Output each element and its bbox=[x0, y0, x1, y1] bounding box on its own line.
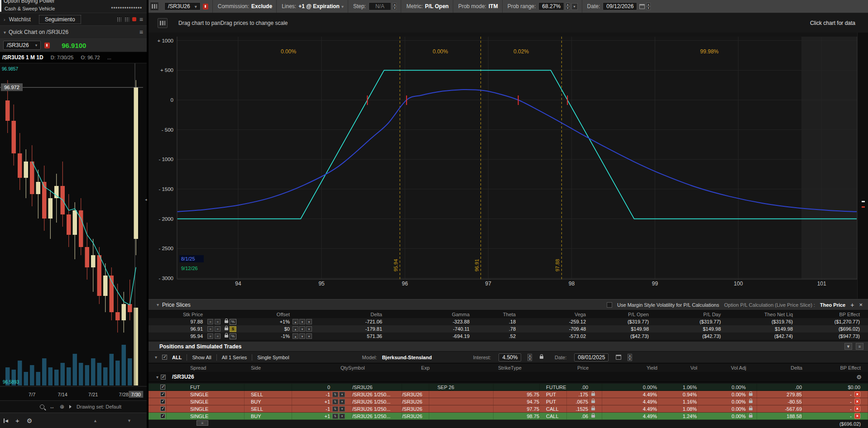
slice-menu-icon[interactable]: ≡ bbox=[215, 333, 221, 339]
chevron-down-icon[interactable]: ▾ bbox=[157, 302, 159, 307]
add-slice-icon[interactable]: + bbox=[850, 301, 854, 309]
price-value[interactable]: .175 bbox=[567, 391, 589, 398]
add-icon[interactable]: + bbox=[15, 417, 19, 424]
chevron-down-icon[interactable]: ▾ bbox=[341, 4, 344, 9]
strike-value[interactable]: 94.75 bbox=[494, 398, 540, 405]
offset-mode-badge[interactable]: % bbox=[230, 333, 236, 339]
dropdown-icon[interactable]: ▾ bbox=[339, 399, 345, 404]
drawing-set-selector[interactable]: Drawing set: Default bbox=[77, 404, 121, 409]
date-stepper[interactable]: ▴▾ bbox=[646, 3, 651, 10]
group-symbol[interactable]: /SR3U26 bbox=[167, 374, 245, 380]
lock-icon[interactable] bbox=[591, 400, 595, 403]
model-value[interactable]: Bjerksund-Stensland bbox=[382, 355, 432, 360]
chevron-down-icon[interactable]: ▾ bbox=[4, 30, 6, 35]
slice-menu-icon[interactable]: ≡ bbox=[215, 326, 221, 332]
zoom-icon[interactable] bbox=[40, 404, 44, 409]
single-symbol-dropdown[interactable]: Single Symbol bbox=[257, 355, 289, 360]
record-dot-icon[interactable] bbox=[132, 17, 136, 21]
tab-watchlist[interactable]: Watchlist bbox=[9, 16, 31, 23]
remove-trade-icon[interactable]: × bbox=[854, 406, 860, 412]
close-icon[interactable]: × bbox=[859, 301, 863, 308]
margin-volatility-label[interactable]: Use Margin Style Volatility for P/L Calc… bbox=[617, 302, 719, 308]
qty-value[interactable]: 0 bbox=[292, 384, 331, 390]
lock-icon[interactable] bbox=[749, 393, 753, 396]
interest-value[interactable]: 4.50% bbox=[499, 353, 521, 361]
lock-icon[interactable] bbox=[225, 320, 228, 323]
symbol-value[interactable]: /SR3U26 1/250... bbox=[352, 413, 402, 419]
side-value[interactable]: SELL bbox=[245, 405, 292, 412]
slice-menu-icon[interactable]: ≡ bbox=[207, 326, 213, 332]
offset-up-icon[interactable]: ▴ bbox=[293, 326, 298, 332]
symbol-value[interactable]: /SR3U26 1/250... bbox=[352, 405, 402, 412]
chevron-down-icon[interactable]: ▾ bbox=[156, 375, 158, 380]
offset-mode-badge[interactable]: % bbox=[230, 319, 236, 325]
position-row[interactable]: SINGLE SELL -1 ⇅ ▾ /SR3U26 1/250... /SR3… bbox=[149, 391, 868, 398]
qty-value[interactable]: +1 bbox=[292, 398, 331, 405]
symbol-select[interactable]: /SR3U26 ▾ bbox=[164, 2, 201, 10]
slice-menu-icon[interactable]: ≡ bbox=[215, 319, 221, 324]
strike-value[interactable]: 97.75 bbox=[494, 405, 540, 412]
quick-chart-canvas[interactable]: 96.985796.97296.58937/77/147/217/287/30 bbox=[0, 63, 147, 400]
lock-icon[interactable] bbox=[749, 408, 753, 410]
scroll-up-icon[interactable]: ▲ bbox=[93, 418, 97, 423]
remove-trade-icon[interactable]: × bbox=[854, 391, 860, 397]
lock-icon[interactable] bbox=[591, 415, 595, 418]
risk-profile-chart[interactable]: + 1000+ 5000- 500- 1000- 1500- 2000- 250… bbox=[149, 33, 868, 299]
symbol-value[interactable]: /SR3U26 1/250... bbox=[352, 398, 402, 405]
vol-adj-value[interactable]: 0.00% bbox=[697, 413, 746, 419]
prob-range-stepper[interactable]: ▴▾ bbox=[566, 3, 570, 10]
price-slice-row[interactable]: 97.88 ≡ ≡ % +1% ▴ ▾ ▾ -721.06 -323.88 .1… bbox=[149, 318, 868, 325]
gear-icon[interactable]: ⚙ bbox=[27, 417, 33, 424]
offset-up-icon[interactable]: ▴ bbox=[293, 319, 298, 324]
menu-icon[interactable]: ≡ bbox=[139, 16, 143, 23]
offset-down-icon[interactable]: ▾ bbox=[299, 333, 305, 339]
stk-price[interactable]: 95.94 bbox=[158, 333, 203, 339]
stk-price[interactable]: 96.91 bbox=[158, 326, 203, 332]
position-group-row[interactable]: ▾ /SR3U26 ⚙ bbox=[149, 372, 868, 382]
prob-mode-value[interactable]: ITM bbox=[489, 3, 498, 10]
position-row[interactable]: SINGLE SELL -1 ⇅ ▾ /SR3U26 1/250... /SR3… bbox=[149, 405, 868, 413]
qty-value[interactable]: -1 bbox=[292, 405, 331, 412]
row-checkbox[interactable] bbox=[160, 414, 165, 418]
stk-price[interactable]: 97.88 bbox=[158, 319, 203, 324]
grid-handle-icon[interactable] bbox=[117, 17, 121, 22]
dropdown-icon[interactable]: ▾ bbox=[339, 406, 345, 412]
slice-menu-icon[interactable]: ≡ bbox=[207, 333, 213, 339]
offset-value[interactable]: +1% bbox=[254, 319, 290, 324]
row-checkbox[interactable] bbox=[160, 385, 165, 390]
series-dropdown[interactable]: All 1 Series bbox=[222, 355, 247, 360]
position-row[interactable]: FUT 0 /SR3U26 SEP 26 FUTURE .00 0.00% 1.… bbox=[149, 384, 868, 391]
prob-range-value[interactable]: 68.27% bbox=[538, 2, 564, 10]
price-value[interactable]: .1525 bbox=[567, 405, 589, 412]
chart-scrollbar-gutter[interactable] bbox=[857, 33, 868, 299]
qty-stepper[interactable]: ⇅ bbox=[332, 399, 338, 404]
position-row[interactable]: SINGLE BUY +1 ⇅ ▾ /SR3U26 1/250... /SR3U… bbox=[149, 398, 868, 405]
collapse-panel-icon[interactable]: ◂ bbox=[145, 197, 147, 202]
vol-adj-value[interactable]: 0.00% bbox=[697, 384, 746, 390]
chevron-right-icon[interactable]: › bbox=[4, 17, 5, 22]
lock-icon[interactable] bbox=[225, 335, 228, 338]
calendar-icon[interactable] bbox=[616, 355, 621, 360]
qty-stepper[interactable]: ⇅ bbox=[332, 414, 338, 419]
offset-mode-badge[interactable]: $ bbox=[230, 326, 236, 332]
alert-icon[interactable] bbox=[203, 4, 208, 10]
date-value[interactable]: 08/01/2025 bbox=[574, 353, 609, 361]
crosshair-icon[interactable]: ⊕ bbox=[60, 404, 64, 410]
dropdown-icon[interactable]: ▾ bbox=[339, 414, 345, 419]
row-checkbox[interactable] bbox=[160, 399, 165, 404]
symbol-value[interactable]: /SR3U26 bbox=[352, 384, 402, 390]
symbol-value[interactable]: /SR3U26 1/250... bbox=[352, 391, 402, 398]
qty-stepper[interactable]: ⇅ bbox=[332, 406, 338, 412]
alert-icon[interactable] bbox=[44, 43, 50, 48]
strike-value[interactable]: 95.75 bbox=[494, 391, 540, 398]
lock-icon[interactable] bbox=[591, 393, 595, 396]
vol-adj-value[interactable]: 0.00% bbox=[697, 391, 746, 398]
offset-up-icon[interactable]: ▴ bbox=[293, 333, 298, 339]
row-checkbox[interactable] bbox=[160, 392, 165, 397]
remove-trade-icon[interactable]: × bbox=[854, 399, 860, 404]
step-value[interactable]: N/A bbox=[369, 2, 391, 10]
group-checkbox[interactable] bbox=[161, 375, 166, 380]
panel-divider[interactable]: ◂ bbox=[147, 0, 149, 428]
metric-value[interactable]: P/L Open bbox=[425, 3, 448, 10]
section-menu-icon[interactable]: ≡ bbox=[856, 343, 863, 350]
